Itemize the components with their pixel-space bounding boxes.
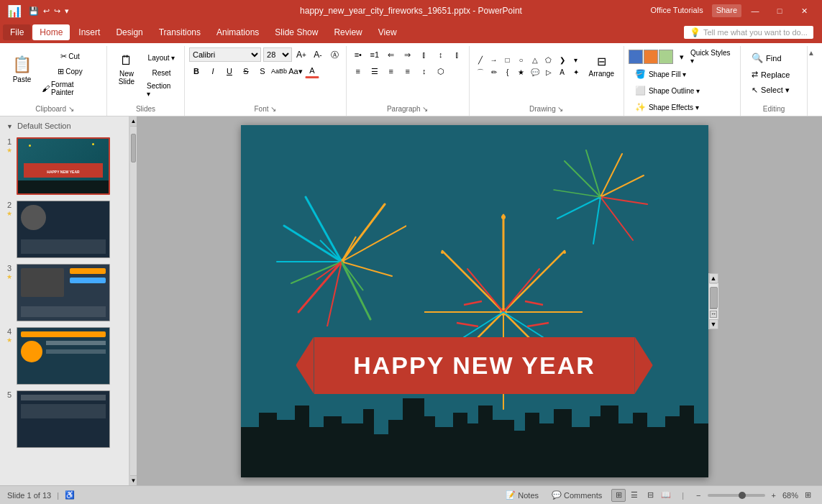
section-button[interactable]: Section ▾: [143, 81, 180, 99]
shape-oval[interactable]: ○: [515, 55, 528, 66]
columns-button[interactable]: ⫿: [417, 47, 431, 62]
slide-thumb-4[interactable]: [17, 327, 110, 385]
menu-slideshow[interactable]: Slide Show: [268, 24, 325, 40]
shape-effects-button[interactable]: ✨ Shape Effects ▾: [629, 100, 736, 114]
shape-line[interactable]: ╱: [474, 55, 487, 66]
style-swatch-3[interactable]: [659, 50, 673, 64]
shape-outline-button[interactable]: ⬜ Shape Outline ▾: [629, 83, 736, 98]
line-spacing-button[interactable]: ↕: [417, 64, 431, 78]
help-search-text[interactable]: Tell me what you want to do...: [703, 28, 808, 37]
increase-font-button[interactable]: A+: [294, 47, 309, 62]
shape-curve[interactable]: ⌒: [474, 67, 487, 78]
comments-button[interactable]: 💬 Comments: [548, 489, 606, 501]
underline-button[interactable]: U: [222, 64, 237, 78]
decrease-indent-button[interactable]: ⇐: [384, 47, 398, 62]
slide-item-1[interactable]: 1 ★ HAPPY NEW YEAR: [4, 136, 125, 196]
save-icon[interactable]: 💾: [29, 6, 39, 16]
find-button[interactable]: 🔍 Find: [745, 50, 803, 65]
outline-view-button[interactable]: ☰: [627, 489, 641, 502]
quick-styles-dropdown[interactable]: ▾: [675, 50, 689, 64]
increase-indent-button[interactable]: ⇒: [401, 47, 415, 62]
menu-insert[interactable]: Insert: [71, 24, 107, 40]
layout-button[interactable]: Layout ▾: [143, 50, 180, 65]
slide-sorter-button[interactable]: ⊟: [643, 489, 657, 502]
strikethrough-button[interactable]: S: [239, 64, 253, 78]
numbering-button[interactable]: ≡1: [367, 47, 382, 62]
slide-thumb-2[interactable]: [17, 201, 110, 258]
zoom-out-button[interactable]: −: [693, 490, 704, 501]
shape-pentagon[interactable]: ⬠: [542, 55, 555, 66]
canvas-scroll-thumb[interactable]: [710, 287, 718, 308]
fit-slide-button[interactable]: ⊞: [801, 489, 815, 501]
shape-brace[interactable]: {: [501, 67, 514, 78]
menu-file[interactable]: File: [3, 24, 31, 40]
notes-button[interactable]: 📝 Notes: [502, 489, 542, 501]
slide-item-4[interactable]: 4 ★: [4, 326, 125, 386]
style-swatch-1[interactable]: [629, 50, 643, 64]
bold-button[interactable]: B: [189, 64, 204, 78]
section-collapse-icon[interactable]: ▼: [6, 123, 13, 130]
arrange-button[interactable]: ⊟ Arrange: [584, 47, 620, 85]
shape-textbox[interactable]: A: [556, 67, 569, 78]
zoom-slider-thumb[interactable]: [739, 492, 746, 499]
shape-chevron[interactable]: ❯: [556, 55, 569, 66]
shape-arrow[interactable]: →: [488, 55, 501, 66]
scroll-up-arrow[interactable]: ▲: [130, 116, 137, 127]
new-slide-button[interactable]: 🗒 NewSlide: [111, 47, 142, 91]
canvas-scroll-down[interactable]: ▼: [709, 319, 718, 329]
menu-review[interactable]: Review: [326, 24, 369, 40]
reset-button[interactable]: Reset: [143, 65, 180, 80]
align-left-button[interactable]: ≡: [351, 64, 365, 78]
help-search[interactable]: 💡 Tell me what you want to do...: [684, 26, 813, 39]
zoom-in-button[interactable]: +: [768, 490, 780, 501]
format-painter-button[interactable]: 🖌 Format Painter: [38, 79, 102, 98]
select-button[interactable]: ↖ Select ▾: [745, 83, 803, 97]
shape-action[interactable]: ▷: [542, 67, 555, 78]
shape-star[interactable]: ★: [515, 67, 528, 78]
clear-format-button[interactable]: Ⓐ: [327, 47, 342, 62]
slide-item-2[interactable]: 2 ★: [4, 199, 125, 260]
decrease-font-button[interactable]: A-: [311, 47, 325, 62]
close-button[interactable]: ✕: [793, 4, 815, 17]
shape-triangle[interactable]: △: [529, 55, 542, 66]
customize-qat-icon[interactable]: ▾: [65, 6, 69, 16]
font-face-select[interactable]: Calibri: [189, 47, 261, 62]
slide-thumb-5[interactable]: [17, 390, 110, 448]
zoom-slider[interactable]: [708, 494, 765, 497]
normal-view-button[interactable]: ⊞: [611, 489, 626, 502]
slide-thumb-1[interactable]: HAPPY NEW YEAR: [17, 137, 110, 195]
bullets-button[interactable]: ≡•: [351, 47, 365, 62]
slide-thumb-3[interactable]: [17, 264, 110, 321]
replace-button[interactable]: ⇄ Replace: [745, 68, 803, 81]
shape-extra[interactable]: ✦: [570, 67, 583, 78]
fit-width-button[interactable]: ↔: [710, 311, 717, 318]
align-right-button[interactable]: ≡: [384, 64, 398, 78]
justify-button[interactable]: ≡: [401, 64, 415, 78]
text-case-button[interactable]: Aa▾: [288, 64, 303, 78]
menu-transitions[interactable]: Transitions: [152, 24, 208, 40]
shape-more[interactable]: ▾: [570, 55, 583, 66]
paste-button[interactable]: 📋 Paste: [7, 47, 37, 91]
ribbon-collapse-button[interactable]: ▲: [808, 49, 819, 57]
share-button[interactable]: Share: [712, 4, 741, 17]
font-size-select[interactable]: 28: [263, 47, 292, 62]
italic-button[interactable]: I: [206, 64, 220, 78]
maximize-button[interactable]: □: [769, 4, 790, 17]
shadow-button[interactable]: S: [255, 64, 270, 78]
slide-item-5[interactable]: 5: [4, 389, 125, 449]
office-tutorials-label[interactable]: Office Tutorials: [644, 4, 708, 17]
cut-button[interactable]: ✂ Cut: [38, 49, 102, 63]
shape-freeform[interactable]: ✏: [488, 67, 501, 78]
text-align-button[interactable]: ⫿: [450, 47, 465, 62]
minimize-button[interactable]: —: [744, 4, 766, 17]
menu-animations[interactable]: Animations: [209, 24, 266, 40]
font-color-button[interactable]: A: [305, 64, 319, 78]
undo-icon[interactable]: ↩: [43, 6, 50, 16]
menu-design[interactable]: Design: [109, 24, 150, 40]
convert-smartart-button[interactable]: ⬡: [434, 64, 448, 78]
shape-rect[interactable]: □: [501, 55, 514, 66]
smallcaps-button[interactable]: AaBb: [272, 64, 286, 78]
style-swatch-2[interactable]: [644, 50, 658, 64]
slide-canvas[interactable]: HAPPY NEW YEAR: [241, 125, 708, 477]
scroll-down-arrow[interactable]: ▼: [130, 475, 137, 485]
